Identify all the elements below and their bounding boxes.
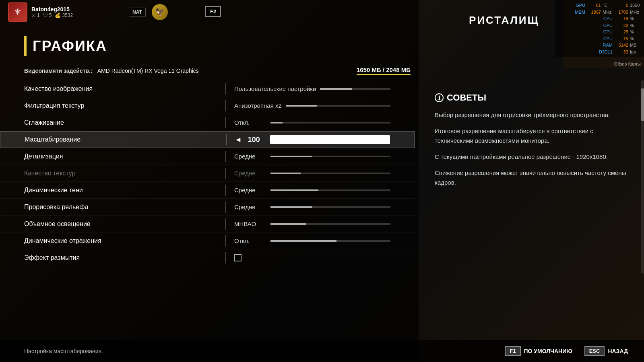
setting-arrow-left-3[interactable]: ◄ bbox=[235, 136, 242, 144]
setting-value-area-8: МНВАO bbox=[234, 220, 390, 227]
settings-list: Качество изображенияПользовательские нас… bbox=[0, 80, 415, 266]
perf-row-cpu4: CPU 15 % bbox=[559, 35, 640, 42]
setting-active-slider-3[interactable] bbox=[270, 135, 390, 144]
default-button[interactable]: F1 ПО УМОЛЧАНИЮ bbox=[505, 346, 572, 356]
tips-title: ℹ СОВЕТЫ bbox=[435, 93, 628, 103]
setting-value-text-0: Пользовательские настройки bbox=[234, 85, 316, 92]
page-title: ГРАФИКА bbox=[33, 38, 107, 55]
setting-row-8[interactable]: Объемное освещениеМНВАO bbox=[0, 216, 415, 232]
badge-icon: ⚜ bbox=[14, 7, 22, 17]
tips-paragraphs: Выбор разрешения для отрисовки трёхмерно… bbox=[435, 110, 628, 187]
setting-value-text-5: Средне bbox=[234, 170, 266, 177]
vram-usage: 1650 МБ / 2048 МБ bbox=[357, 66, 411, 75]
bottom-hint-text: Настройка масштабирования. bbox=[24, 348, 103, 354]
setting-divider-7 bbox=[225, 202, 226, 213]
setting-value-text-2: Откл. bbox=[234, 119, 266, 126]
vram-label: Видеопамяти задейств.: bbox=[24, 68, 93, 74]
back-button[interactable]: ESC НАЗАД bbox=[584, 346, 628, 356]
player-badge: ⚜ bbox=[8, 2, 27, 22]
perf-row-ram: RAM 5142 MB bbox=[559, 42, 640, 49]
hud-top-bar: ⚜ Baton4eg2015 ⚔ 1 🛡 5 💰 3532 bbox=[0, 0, 644, 24]
setting-value-area-7: Средне bbox=[234, 204, 390, 210]
setting-divider-2 bbox=[225, 117, 226, 128]
setting-value-area-4: Средне bbox=[234, 153, 390, 160]
page-title-area: ГРАФИКА bbox=[24, 36, 107, 56]
setting-row-0[interactable]: Качество изображенияПользовательские нас… bbox=[0, 80, 415, 97]
perf-unit-cpu4: % bbox=[630, 35, 640, 42]
setting-row-3[interactable]: Масштабирование◄100 bbox=[0, 131, 415, 148]
perf-unit-gpu2: 1550 bbox=[630, 2, 640, 9]
perf-row-cpu3: CPU 25 % bbox=[559, 29, 640, 35]
setting-row-2[interactable]: СглаживаниеОткл. bbox=[0, 114, 415, 131]
coat-icon: 🦅 bbox=[155, 8, 164, 16]
game-title: РИСТАЛИЩ bbox=[469, 14, 539, 27]
setting-value-text-6: Средне bbox=[234, 187, 266, 193]
setting-row-1[interactable]: Фильтрация текстурАнизотропная x2 bbox=[0, 97, 415, 114]
setting-value-area-9: Откл. bbox=[234, 237, 390, 244]
perf-label-cpu1: CPU bbox=[599, 15, 613, 22]
default-label: ПО УМОЛЧАНИЮ bbox=[524, 348, 572, 354]
setting-row-9[interactable]: Динамические отраженияОткл. bbox=[0, 232, 415, 249]
top-center-area: NAT 🦅 bbox=[129, 4, 168, 20]
perf-label-gpu: GPU bbox=[571, 2, 585, 9]
setting-divider-8 bbox=[225, 218, 226, 230]
player-stats: ⚔ 1 🛡 5 💰 3532 bbox=[31, 12, 73, 18]
setting-slider-bar-9[interactable] bbox=[270, 240, 390, 242]
setting-name-5: Качество текстур bbox=[24, 170, 217, 177]
f1-key[interactable]: F1 bbox=[505, 346, 520, 356]
setting-name-6: Динамические тени bbox=[24, 187, 217, 194]
setting-slider-bar-4[interactable] bbox=[270, 156, 390, 157]
perf-label-mem: MEM bbox=[571, 9, 585, 16]
perf-row-gpu: GPU 61 °C 0 1550 bbox=[559, 2, 640, 9]
setting-row-7[interactable]: Прорисовка рельефаСредне bbox=[0, 199, 415, 216]
setting-value-text-9: Откл. bbox=[234, 237, 266, 244]
setting-divider-1 bbox=[225, 100, 226, 111]
setting-row-4[interactable]: ДетализацияСредне bbox=[0, 148, 415, 165]
setting-slider-bar-1[interactable] bbox=[286, 105, 390, 107]
tips-title-text: СОВЕТЫ bbox=[447, 93, 486, 103]
player-name: Baton4eg2015 bbox=[31, 6, 73, 12]
setting-slider-fill-5 bbox=[270, 173, 301, 174]
scrollbar-thumb[interactable] bbox=[641, 88, 644, 121]
f2-key-button[interactable]: F2 bbox=[205, 6, 221, 17]
setting-row-10[interactable]: Эффект размытия bbox=[0, 249, 415, 266]
settings-scrollbar[interactable] bbox=[641, 80, 644, 274]
perf-unit-mem2: MHz bbox=[630, 9, 640, 16]
setting-value-area-1: Анизотропная x2 bbox=[234, 102, 390, 109]
setting-name-1: Фильтрация текстур bbox=[24, 102, 217, 109]
setting-row-5[interactable]: Качество текстурСредне bbox=[0, 165, 415, 182]
setting-value-text-1: Анизотропная x2 bbox=[234, 102, 282, 109]
vram-card-name: AMD Radeon(TM) RX Vega 11 Graphics bbox=[97, 68, 199, 74]
setting-slider-fill-0 bbox=[320, 88, 352, 90]
setting-slider-fill-8 bbox=[270, 223, 306, 225]
setting-slider-bar-8[interactable] bbox=[270, 223, 390, 225]
perf-row-d3d: D3D11 33 fps bbox=[559, 49, 640, 56]
setting-row-6[interactable]: Динамические тениСредне bbox=[0, 182, 415, 199]
esc-key[interactable]: ESC bbox=[584, 346, 605, 356]
perf-row-cpu1: CPU 19 % bbox=[559, 15, 640, 22]
setting-slider-bar-0[interactable] bbox=[320, 88, 390, 90]
setting-name-2: Сглаживание bbox=[24, 119, 217, 126]
nat-badge: NAT bbox=[129, 8, 146, 16]
bottom-buttons: F1 ПО УМОЛЧАНИЮ ESC НАЗАД bbox=[505, 346, 628, 356]
player-stat-coin: 💰 3532 bbox=[55, 12, 73, 18]
setting-slider-bar-5[interactable] bbox=[270, 173, 390, 174]
setting-name-4: Детализация bbox=[24, 153, 217, 160]
setting-slider-fill-4 bbox=[270, 156, 312, 157]
setting-slider-bar-6[interactable] bbox=[270, 189, 390, 191]
coat-of-arms-icon: 🦅 bbox=[152, 4, 168, 20]
perf-val-ram: 5142 bbox=[614, 42, 628, 49]
setting-checkbox-10[interactable] bbox=[234, 254, 242, 261]
perf-unit-d3d: fps bbox=[630, 49, 640, 56]
setting-divider-10 bbox=[225, 252, 226, 263]
setting-slider-bar-2[interactable] bbox=[270, 122, 390, 123]
perf-unit-cpu2: % bbox=[630, 22, 640, 29]
perf-val-gpu2: 0 bbox=[614, 2, 628, 9]
perf-label-cpu2: CPU bbox=[599, 22, 613, 29]
setting-value-area-6: Средне bbox=[234, 187, 390, 193]
setting-slider-bar-7[interactable] bbox=[270, 206, 390, 208]
perf-val-cpu4: 15 bbox=[614, 35, 628, 42]
performance-hud: GPU 61 °C 0 1550 MEM 1997 MHz 1700 MHz C… bbox=[555, 0, 644, 57]
title-bar-decoration bbox=[24, 36, 27, 56]
back-label: НАЗАД bbox=[608, 348, 628, 354]
